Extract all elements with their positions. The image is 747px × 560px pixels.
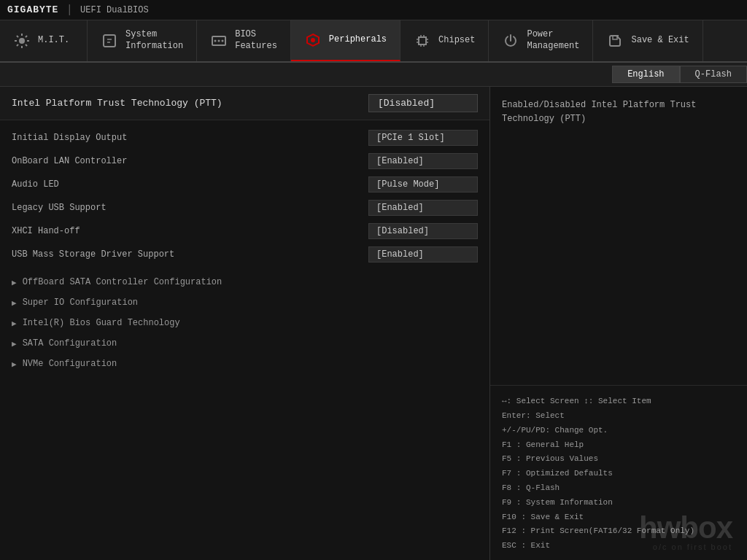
tab-save-exit[interactable]: Save & Exit: [593, 20, 703, 61]
section-nvme-config[interactable]: ▶ NVMe Configuration: [0, 354, 489, 374]
tab-power-management[interactable]: PowerManagement: [489, 20, 593, 61]
info-text: Enabled/Disabled Intel Platform Trust Te…: [502, 98, 735, 126]
save-exit-icon: [606, 32, 624, 50]
tab-mit-label: M.I.T.: [38, 35, 69, 47]
setting-row-audio-led[interactable]: Audio LED [Pulse Mode]: [0, 173, 489, 196]
svg-point-3: [214, 40, 217, 42]
tab-system-information-label: SystemInformation: [125, 29, 183, 52]
setting-label-xhci: XHCI Hand-off: [12, 226, 368, 236]
peripherals-icon: [304, 31, 322, 49]
section-label-super-io: Super IO Configuration: [23, 298, 138, 308]
key-f5: F5 : Previous Values: [502, 452, 735, 467]
key-f12: F12 : Print Screen(FAT16/32 Format Only): [502, 524, 735, 539]
section-sata-config[interactable]: ▶ SATA Configuration: [0, 333, 489, 354]
ptt-value: [Disabled]: [368, 94, 478, 112]
setting-label-legacy-usb: Legacy USB Support: [12, 203, 368, 213]
tab-power-management-label: PowerManagement: [527, 29, 579, 52]
key-f1: F1 : General Help: [502, 438, 735, 453]
setting-value-legacy-usb: [Enabled]: [368, 200, 478, 216]
key-f7: F7 : Optimized Defaults: [502, 467, 735, 481]
header-bar: GIGABYTE | UEFI DualBIOS: [0, 0, 747, 20]
tab-chipset-label: Chipset: [438, 35, 475, 47]
key-f10: F10 : Save & Exit: [502, 510, 735, 525]
setting-value-onboard-lan: [Enabled]: [368, 153, 478, 169]
settings-list: Initial Display Output [PCIe 1 Slot] OnB…: [0, 120, 489, 272]
setting-label-initial-display: Initial Display Output: [12, 133, 368, 143]
key-f8: F8 : Q-Flash: [502, 481, 735, 496]
brand-logo: GIGABYTE: [7, 4, 58, 15]
arrow-icon-bios-guard: ▶: [12, 319, 17, 328]
right-info: Enabled/Disabled Intel Platform Trust Te…: [490, 87, 747, 386]
section-label-nvme-config: NVMe Configuration: [23, 359, 117, 369]
section-bios-guard[interactable]: ▶ Intel(R) Bios Guard Technology: [0, 313, 489, 333]
main-content: Intel Platform Trust Technology (PTT) [D…: [0, 87, 747, 560]
setting-label-audio-led: Audio LED: [12, 179, 368, 190]
ptt-label: Intel Platform Trust Technology (PTT): [12, 98, 368, 109]
tab-peripherals-label: Peripherals: [329, 34, 387, 46]
tab-bios-features-label: BIOSFeatures: [235, 29, 277, 52]
section-super-io[interactable]: ▶ Super IO Configuration: [0, 292, 489, 313]
svg-point-6: [311, 38, 315, 42]
svg-point-0: [19, 38, 25, 44]
arrow-icon-nvme-config: ▶: [12, 359, 17, 369]
setting-row-initial-display[interactable]: Initial Display Output [PCIe 1 Slot]: [0, 126, 489, 149]
section-label-offboard-sata: OffBoard SATA Controller Configuration: [23, 277, 222, 287]
bios-features-icon: [210, 32, 228, 50]
brand-divider: |: [66, 4, 73, 17]
section-label-sata-config: SATA Configuration: [23, 338, 117, 349]
tab-bios-features[interactable]: BIOSFeatures: [197, 20, 291, 61]
setting-value-audio-led: [Pulse Mode]: [368, 176, 478, 192]
left-panel: Intel Platform Trust Technology (PTT) [D…: [0, 87, 490, 560]
setting-label-onboard-lan: OnBoard LAN Controller: [12, 156, 368, 166]
section-offboard-sata[interactable]: ▶ OffBoard SATA Controller Configuration: [0, 272, 489, 292]
section-label-bios-guard: Intel(R) Bios Guard Technology: [23, 318, 180, 328]
svg-rect-7: [419, 37, 426, 44]
system-info-icon: [101, 32, 118, 50]
dualbios-label: UEFI DualBIOS: [80, 5, 149, 15]
key-change-opt: +/-/PU/PD: Change Opt.: [502, 424, 735, 438]
nav-tabs: M.I.T. SystemInformation BIOSFeatures Pe…: [0, 20, 747, 63]
tab-mit[interactable]: M.I.T.: [0, 20, 88, 61]
tab-save-exit-label: Save & Exit: [631, 35, 689, 47]
svg-rect-1: [104, 35, 115, 47]
english-button[interactable]: English: [612, 66, 679, 83]
setting-row-xhci[interactable]: XHCI Hand-off [Disabled]: [0, 219, 489, 243]
arrow-icon-super-io: ▶: [12, 298, 17, 308]
mit-icon: [13, 32, 31, 50]
key-f9: F9 : System Information: [502, 496, 735, 510]
svg-point-4: [218, 40, 220, 42]
ptt-row[interactable]: Intel Platform Trust Technology (PTT) [D…: [0, 87, 489, 120]
chipset-icon: [414, 32, 431, 50]
tab-chipset[interactable]: Chipset: [400, 20, 489, 61]
setting-label-usb-storage: USB Mass Storage Driver Support: [12, 249, 368, 260]
tab-peripherals[interactable]: Peripherals: [291, 20, 400, 61]
svg-point-5: [222, 40, 224, 42]
setting-value-xhci: [Disabled]: [368, 223, 478, 239]
setting-value-usb-storage: [Enabled]: [368, 246, 478, 262]
key-select-screen: ↔: Select Screen ↕: Select Item: [502, 394, 735, 409]
arrow-icon-offboard-sata: ▶: [12, 278, 17, 287]
right-keys: ↔: Select Screen ↕: Select Item Enter: S…: [490, 386, 747, 560]
language-bar: English Q-Flash: [0, 63, 747, 87]
setting-row-legacy-usb[interactable]: Legacy USB Support [Enabled]: [0, 196, 489, 219]
setting-value-initial-display: [PCIe 1 Slot]: [368, 130, 478, 146]
setting-row-usb-storage[interactable]: USB Mass Storage Driver Support [Enabled…: [0, 243, 489, 266]
setting-row-onboard-lan[interactable]: OnBoard LAN Controller [Enabled]: [0, 149, 489, 173]
right-panel: Enabled/Disabled Intel Platform Trust Te…: [490, 87, 747, 560]
arrow-icon-sata-config: ▶: [12, 339, 17, 349]
qflash-button[interactable]: Q-Flash: [680, 66, 747, 83]
key-enter: Enter: Select: [502, 409, 735, 424]
key-esc: ESC : Exit: [502, 539, 735, 553]
tab-system-information[interactable]: SystemInformation: [88, 20, 197, 61]
power-icon: [502, 32, 519, 50]
